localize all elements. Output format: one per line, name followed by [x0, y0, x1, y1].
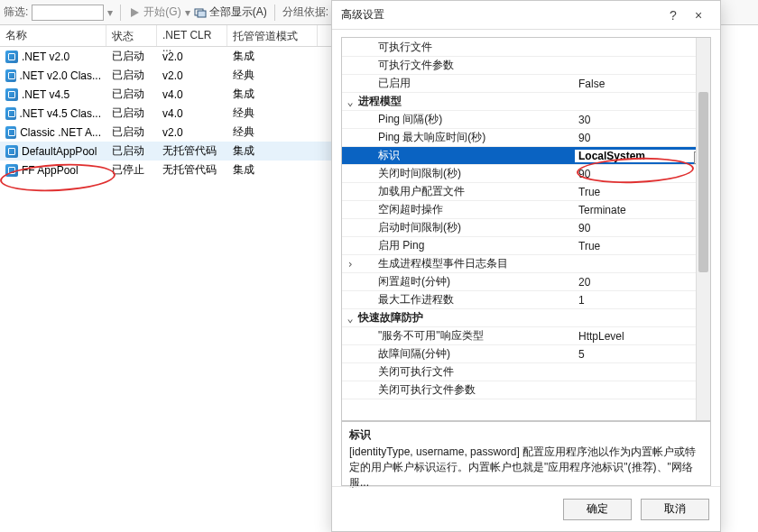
property-row[interactable]: 启动时间限制(秒)90	[342, 219, 710, 237]
property-key: Ping 间隔(秒)	[358, 112, 575, 127]
property-value: 30	[575, 114, 710, 126]
property-row[interactable]: 故障间隔(分钟)5	[342, 345, 710, 363]
property-row[interactable]: 可执行文件参数	[342, 57, 710, 75]
col-pipe[interactable]: 托管管道模式	[227, 25, 318, 46]
property-key: 进程模型	[358, 94, 575, 109]
property-value: HttpLevel	[575, 330, 710, 343]
app-pool-icon	[5, 145, 18, 158]
pool-clr: 无托管代码	[157, 162, 227, 178]
pool-pipeline: 经典	[227, 124, 318, 140]
property-key: 标识	[358, 148, 575, 163]
property-row[interactable]: 最大工作进程数1	[342, 291, 710, 309]
property-key: 加载用户配置文件	[358, 184, 575, 199]
property-row[interactable]: 空闲超时操作Terminate	[342, 201, 710, 219]
property-key: 最大工作进程数	[358, 292, 575, 307]
pool-clr: v2.0	[157, 69, 227, 82]
property-key: 启动时间限制(秒)	[358, 220, 575, 235]
cancel-button[interactable]: 取消	[641, 499, 709, 520]
pool-status: 已启动	[106, 105, 157, 121]
col-name[interactable]: 名称	[0, 25, 106, 46]
pool-status: 已启动	[106, 87, 157, 102]
property-row[interactable]: 关闭可执行文件	[342, 363, 710, 381]
property-value: 1	[575, 294, 710, 307]
property-value: 90	[575, 132, 710, 144]
ok-button[interactable]: 确定	[563, 499, 632, 520]
close-button[interactable]: ×	[686, 8, 711, 23]
advanced-settings-dialog: 高级设置 ? × 可执行文件可执行文件参数已启用False⌄进程模型Ping 间…	[331, 0, 721, 532]
property-row[interactable]: "服务不可用"响应类型HttpLevel	[342, 327, 710, 345]
property-value: 90	[575, 168, 710, 180]
pool-name: Classic .NET A...	[20, 126, 101, 139]
property-row[interactable]: 闲置超时(分钟)20	[342, 273, 710, 291]
scroll-thumb[interactable]	[698, 92, 708, 272]
property-row[interactable]: 关闭时间限制(秒)90	[342, 165, 710, 183]
pool-status: 已启动	[106, 143, 157, 159]
property-grid[interactable]: 可执行文件可执行文件参数已启用False⌄进程模型Ping 间隔(秒)30Pin…	[341, 37, 711, 421]
property-row[interactable]: 启用 PingTrue	[342, 237, 710, 255]
expand-icon[interactable]: ⌄	[342, 96, 358, 108]
property-row[interactable]: 关闭可执行文件参数	[342, 381, 710, 399]
property-key: 空闲超时操作	[358, 202, 575, 217]
property-key: 闲置超时(分钟)	[358, 274, 575, 289]
app-pool-icon	[5, 50, 18, 63]
property-row[interactable]: ›生成进程模型事件日志条目	[342, 255, 710, 273]
property-row[interactable]: 标识LocalSystem...	[342, 147, 710, 165]
table-row[interactable]: Classic .NET A...已启动v2.0经典	[0, 123, 334, 142]
property-value[interactable]: LocalSystem...	[575, 150, 710, 162]
property-row[interactable]: 可执行文件	[342, 39, 710, 57]
property-key: 关闭时间限制(秒)	[358, 166, 575, 181]
pool-clr: v2.0	[157, 126, 227, 139]
pool-status: 已启动	[106, 124, 157, 140]
show-all-button[interactable]: 全部显示(A)	[194, 5, 267, 20]
filter-label: 筛选:	[4, 5, 28, 20]
pool-pipeline: 集成	[227, 49, 318, 64]
help-button[interactable]: ?	[661, 8, 686, 23]
app-pool-icon	[5, 69, 16, 82]
table-row[interactable]: .NET v2.0已启动v2.0集成	[0, 47, 334, 66]
start-label: 开始(G)	[143, 5, 180, 20]
property-key: Ping 最大响应时间(秒)	[358, 130, 575, 145]
pool-pipeline: 经典	[227, 68, 318, 83]
pool-clr: 无托管代码	[157, 143, 227, 159]
property-category[interactable]: ⌄进程模型	[342, 93, 710, 111]
property-row[interactable]: 已启用False	[342, 75, 710, 93]
property-key: 启用 Ping	[358, 238, 575, 253]
pool-name: DefaultAppPool	[22, 145, 97, 158]
pool-pipeline: 集成	[227, 162, 318, 178]
property-category[interactable]: ⌄快速故障防护	[342, 309, 710, 327]
start-dropdown-icon[interactable]: ▾	[185, 6, 190, 19]
scrollbar[interactable]	[696, 38, 710, 420]
group-label: 分组依据:	[282, 5, 328, 20]
expand-icon[interactable]: ⌄	[342, 312, 358, 325]
filter-input[interactable]	[32, 5, 104, 21]
property-key: 快速故障防护	[358, 310, 575, 326]
filter-dropdown-icon[interactable]: ▾	[107, 6, 113, 19]
pool-name: .NET v2.0	[22, 50, 69, 63]
pool-pipeline: 集成	[227, 87, 318, 102]
app-pool-icon	[5, 126, 16, 139]
table-row[interactable]: .NET v4.5 Clas...已启动v4.0经典	[0, 104, 334, 123]
start-button[interactable]: 开始(G)	[128, 5, 180, 20]
svg-marker-0	[131, 8, 139, 17]
property-row[interactable]: 加载用户配置文件True	[342, 183, 710, 201]
table-row[interactable]: .NET v2.0 Clas...已启动v2.0经典	[0, 66, 334, 85]
property-value: 90	[575, 222, 710, 234]
expand-icon[interactable]: ›	[342, 258, 358, 271]
list-header: 名称 状态 .NET CLR ... 托管管道模式	[0, 25, 334, 47]
table-row[interactable]: DefaultAppPool已启动无托管代码集成	[0, 142, 334, 161]
col-clr[interactable]: .NET CLR ...	[157, 25, 227, 46]
table-row[interactable]: .NET v4.5已启动v4.0集成	[0, 85, 334, 104]
property-key: 关闭可执行文件参数	[358, 382, 575, 398]
property-value: True	[575, 240, 710, 252]
pool-name: .NET v4.5 Clas...	[20, 107, 101, 120]
col-status[interactable]: 状态	[106, 25, 157, 46]
property-row[interactable]: Ping 间隔(秒)30	[342, 111, 710, 129]
property-key: 可执行文件	[358, 40, 575, 55]
property-key: 可执行文件参数	[358, 58, 575, 73]
dialog-title: 高级设置	[341, 7, 661, 23]
pool-pipeline: 经典	[227, 105, 318, 121]
pool-name: .NET v2.0 Clas...	[20, 69, 101, 82]
property-row[interactable]: Ping 最大响应时间(秒)90	[342, 129, 710, 147]
description-title: 标识	[349, 427, 703, 443]
pool-name: .NET v4.5	[22, 88, 69, 101]
